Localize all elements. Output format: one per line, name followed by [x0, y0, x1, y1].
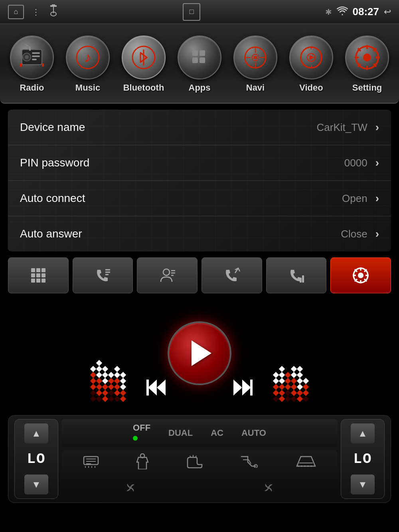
- equalizer-visualization: .eq-col { display: flex; flex-direction:…: [0, 297, 399, 409]
- bt-control-buttons: [8, 257, 391, 293]
- nav-item-video[interactable]: Video: [283, 36, 339, 93]
- svg-rect-50: [36, 273, 40, 277]
- left-temp-display: LO: [27, 451, 45, 467]
- auto-connect-value: Open: [342, 192, 367, 205]
- menu-dots[interactable]: ⋮: [32, 7, 41, 17]
- svg-rect-20: [200, 50, 205, 56]
- svg-point-29: [254, 56, 257, 59]
- svg-rect-8: [32, 52, 40, 54]
- svg-rect-9: [32, 55, 40, 57]
- pin-password-chevron: ›: [375, 156, 379, 169]
- svg-rect-14: [42, 63, 44, 67]
- right-temp-down[interactable]: ▼: [351, 475, 375, 494]
- bluetooth-icon-circle: [122, 36, 166, 79]
- left-temp-down[interactable]: ▼: [24, 475, 48, 494]
- auto-connect-chevron: ›: [375, 192, 379, 205]
- svg-text:♪: ♪: [84, 49, 91, 65]
- svg-rect-48: [41, 268, 45, 272]
- svg-rect-63: [300, 278, 302, 283]
- dialpad-button[interactable]: [8, 257, 69, 293]
- leg-vent-button[interactable]: [240, 455, 260, 471]
- svg-rect-49: [31, 273, 35, 277]
- window-icon: □: [190, 8, 194, 16]
- home-icon: ⌂: [14, 8, 18, 16]
- svg-marker-32: [310, 55, 314, 60]
- window-button[interactable]: □: [183, 3, 200, 21]
- left-temp-up[interactable]: ▲: [24, 423, 48, 443]
- nav-item-setting[interactable]: Setting: [339, 36, 395, 93]
- bluetooth-label: Bluetooth: [123, 83, 164, 93]
- svg-rect-21: [192, 57, 198, 63]
- pin-password-value: 0000: [344, 157, 367, 169]
- off-button[interactable]: OFF: [125, 420, 158, 446]
- nav-item-music[interactable]: ♪ Music: [60, 36, 116, 93]
- svg-rect-11: [29, 47, 31, 51]
- right-fan-icon[interactable]: [261, 481, 276, 498]
- svg-rect-51: [41, 273, 45, 277]
- home-button[interactable]: ⌂: [8, 5, 24, 19]
- dialpad-icon: [30, 267, 47, 284]
- nav-item-navi[interactable]: Navi: [227, 36, 283, 93]
- video-icon-circle: [289, 36, 333, 79]
- contacts-button[interactable]: [137, 257, 198, 293]
- apps-icon-circle: [178, 36, 221, 79]
- bt-settings-button[interactable]: [330, 257, 391, 293]
- gear-icon: [352, 267, 369, 284]
- svg-rect-46: [31, 268, 35, 272]
- auto-connect-label: Auto connect: [20, 192, 342, 205]
- music-icon-circle: ♪: [66, 36, 110, 79]
- music-label: Music: [75, 83, 100, 93]
- nav-bar: Radio ♪ Music Bluetooth: [0, 24, 399, 104]
- seat-heat-button[interactable]: [186, 454, 203, 472]
- prev-button[interactable]: [145, 376, 169, 401]
- auto-answer-label: Auto answer: [20, 227, 341, 240]
- svg-rect-22: [200, 57, 205, 63]
- navi-icon-circle: [233, 36, 277, 79]
- right-temp-up[interactable]: ▲: [351, 423, 375, 443]
- left-fan-icon[interactable]: [123, 481, 138, 498]
- svg-rect-47: [36, 268, 40, 272]
- in-call-button[interactable]: [201, 257, 262, 293]
- svg-rect-54: [41, 279, 45, 283]
- radio-label: Radio: [20, 83, 44, 93]
- bluetooth-settings-panel: Device name CarKit_TW › PIN password 000…: [8, 110, 391, 251]
- auto-button[interactable]: AUTO: [233, 425, 274, 441]
- svg-marker-79: [242, 380, 251, 396]
- nav-item-bluetooth[interactable]: Bluetooth: [116, 36, 172, 93]
- svg-rect-80: [250, 380, 253, 396]
- auto-answer-row[interactable]: Auto answer Close ›: [8, 216, 391, 251]
- windshield-defrost-button[interactable]: [296, 454, 316, 472]
- svg-point-36: [363, 53, 371, 61]
- svg-rect-13: [20, 63, 22, 67]
- svg-rect-10: [32, 59, 37, 60]
- setting-label: Setting: [352, 83, 382, 93]
- rear-defrost-button[interactable]: [83, 455, 99, 471]
- play-button[interactable]: [168, 321, 231, 385]
- svg-point-65: [358, 273, 363, 278]
- nav-item-apps[interactable]: Apps: [172, 36, 227, 93]
- ac-button[interactable]: AC: [203, 425, 231, 441]
- svg-rect-1: [50, 5, 52, 7]
- device-name-chevron: ›: [375, 121, 379, 134]
- signal-button[interactable]: [266, 257, 327, 293]
- svg-rect-53: [36, 279, 40, 283]
- right-temp-control: ▲ LO ▼: [341, 419, 385, 499]
- dual-button[interactable]: DUAL: [160, 425, 201, 441]
- back-button[interactable]: ↩: [384, 7, 391, 17]
- device-name-row[interactable]: Device name CarKit_TW ›: [8, 110, 391, 145]
- body-heat-button[interactable]: [135, 453, 150, 473]
- auto-answer-chevron: ›: [375, 227, 379, 240]
- next-button[interactable]: [230, 376, 254, 401]
- svg-rect-52: [31, 279, 35, 283]
- bluetooth-status-icon: ✱: [325, 7, 332, 17]
- radio-icon-circle: [10, 36, 54, 79]
- svg-point-58: [163, 269, 170, 275]
- svg-marker-78: [233, 380, 242, 396]
- pin-password-row[interactable]: PIN password 0000 ›: [8, 145, 391, 181]
- svg-rect-64: [302, 275, 304, 283]
- auto-connect-row[interactable]: Auto connect Open ›: [8, 181, 391, 216]
- climate-center-panel: OFF DUAL AC AUTO: [61, 419, 338, 499]
- nav-item-radio[interactable]: Radio: [4, 36, 60, 93]
- call-log-button[interactable]: [73, 257, 133, 293]
- climate-icons-row: [61, 450, 338, 476]
